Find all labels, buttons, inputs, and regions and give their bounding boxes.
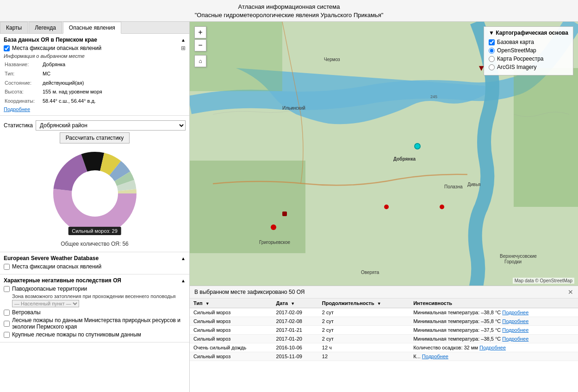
cell-intensity: Минимальная температура: –35,8 °C Подроб… [410,317,578,326]
section-consequences-chevron[interactable]: ▲ [181,278,186,283]
chart-container: Сильный мороз: 29 Общее количество ОЯ: 5… [4,145,186,249]
cell-duration: 2 сут [318,326,410,335]
svg-text:Григорьевское: Григорьевское [259,240,291,245]
section-database: База данных ОЯ в Пермском крае ▲ Места ф… [0,34,189,116]
tab-maps[interactable]: Карты [0,22,28,33]
checkbox-hazard-locations-label: Места фиксации опасных явлений [12,45,101,51]
checkbox-large-fires-input[interactable] [4,332,10,338]
cell-intensity: Минимальная температура: –38,5 °C Подроб… [410,335,578,343]
details-link-row[interactable]: Подробнее [502,327,528,333]
marker-red-bottom[interactable] [271,224,276,230]
checkbox-flood-zones-input[interactable] [4,286,10,292]
details-link[interactable]: Подробнее [4,106,30,112]
details-link-row[interactable]: Подробнее [479,345,506,350]
section-eswd-chevron[interactable]: ▲ [181,256,186,261]
col-intensity: Интенсивность [410,299,578,308]
flood-sub-label: Зона возможного затопления при прохожден… [12,293,186,299]
section-database-title: База данных ОЯ в Пермском крае [4,37,97,43]
cell-duration: 2 сут [318,335,410,343]
cell-date: 2015-11-09 [273,352,318,361]
section-statistics: Статистика Добрянский район Рассчитать с… [0,116,189,252]
info-row-coords: Координаты: 58.44° с.ш., 56.44° в.д. [5,97,102,106]
zoom-out-button[interactable]: − [194,39,206,51]
details-link-row[interactable]: Подробнее [502,310,528,315]
svg-text:245: 245 [430,94,437,99]
table-scroll[interactable]: Тип ▼ Дата ▼ Продолжительность ▼ [190,299,578,392]
info-key-coords: Координаты: [5,97,42,106]
col-date[interactable]: Дата ▼ [273,299,318,308]
donut-svg [49,147,141,240]
checkbox-hazard-locations: Места фиксации опасных явлений ⊞ [4,45,186,51]
home-button[interactable]: ⌂ [194,55,206,67]
district-select[interactable]: Добрянский район [36,120,186,131]
arcgis-label: ArcGIS Imagery [497,64,536,70]
cell-date: 2017-02-09 [273,308,318,317]
col-duration[interactable]: Продолжительность ▼ [318,299,410,308]
tab-legend[interactable]: Легенда [29,22,62,33]
zoom-in-button[interactable]: + [194,26,206,38]
map-attribution: Map data © OpenStreetMap [513,278,574,284]
checkbox-eswd: Места фиксации опасных явлений [4,263,186,270]
details-link-row[interactable]: Подробнее [422,354,448,359]
data-table: Тип ▼ Дата ▼ Продолжительность ▼ [190,299,578,361]
info-val-type: МС [43,70,102,78]
section-database-chevron[interactable]: ▲ [181,37,186,43]
checkbox-eswd-input[interactable] [4,264,10,270]
cell-type: Сильный мороз [190,317,273,326]
osm-radio[interactable] [489,48,495,54]
info-val-name: Добрянка [43,61,102,69]
arcgis-radio[interactable] [489,64,495,70]
section-consequences: Характерные негативные последствия ОЯ ▲ … [0,274,189,342]
cell-type: Сильный мороз [190,352,273,361]
checkbox-windfall: Ветровалы [4,309,186,316]
details-link-row[interactable]: Подробнее [502,336,528,342]
svg-text:Верхнечусовские: Верхнечусовские [500,254,537,259]
cell-intensity: Минимальная температура: –37,5 °C Подроб… [410,326,578,335]
table-body: Сильный мороз2017-02-092 сутМинимальная … [190,308,578,361]
sort-date-icon: ▼ [291,301,295,306]
cell-date: 2017-01-21 [273,326,318,335]
cell-date: 2016-10-06 [273,343,318,352]
cell-date: 2017-02-08 [273,317,318,326]
table-header-bar: В выбранном месте зафиксировано 50 ОЯ ✕ [190,286,578,299]
basemap-label: Базовая карта [497,39,534,45]
flood-sub-item: Зона возможного затопления при прохожден… [12,293,186,307]
rosreestr-radio[interactable] [489,56,495,62]
info-val-status: действующий(ая) [43,79,102,87]
table-row: Очень сильный дождь2016-10-0612 чКоличес… [190,343,578,352]
info-key-name: Название: [5,61,42,69]
flood-location-select[interactable]: — Населенный пункт — [12,300,79,307]
checkbox-hazard-locations-input[interactable] [4,45,10,51]
info-row-status: Состояние: действующий(ая) [5,79,102,87]
info-key-type: Тип: [5,70,42,78]
section-eswd-title: European Severe Weather Database [4,255,99,261]
section-consequences-title: Характерные негативные последствия ОЯ [4,277,121,284]
checkbox-forest-fires-input[interactable] [4,321,10,327]
cell-duration: 2 сут [318,317,410,326]
cell-duration: 12 [318,352,410,361]
details-link-row[interactable]: Подробнее [502,318,528,324]
layer-switcher-header[interactable]: ▼ Картографическая основа [489,30,568,36]
col-type[interactable]: Тип ▼ [190,299,273,308]
table-row: Сильный мороз2017-02-082 сутМинимальная … [190,317,578,326]
svg-text:Дивья: Дивья [467,182,480,187]
layer-switcher-panel: ▼ Картографическая основа Базовая карта … [484,26,573,75]
tab-hazards[interactable]: Опасные явления [63,22,121,34]
svg-text:Городки: Городки [504,259,522,264]
section-eswd: European Severe Weather Database ▲ Места… [0,252,189,274]
table-icon[interactable]: ⊞ [181,45,186,51]
close-table-button[interactable]: ✕ [568,288,573,296]
cell-type: Сильный мороз [190,335,273,343]
map-area[interactable]: Чермоз Ильинский Добрянка Полазна Григор… [190,22,578,286]
checkbox-large-fires-label: Крупные лесные пожары по спутниковым дан… [12,331,141,338]
svg-rect-2 [190,161,305,253]
donut-center [73,171,117,216]
info-row-type: Тип: МС [5,70,102,78]
basemap-checkbox[interactable] [489,39,495,45]
info-block-label: Информация о выбранном месте [4,53,186,59]
checkbox-windfall-input[interactable] [4,310,10,316]
marker-square-1[interactable] [282,212,287,216]
cell-intensity: Количество осадков: 32 мм Подробнее [410,343,578,352]
calculate-button[interactable]: Рассчитать статистику [60,132,130,143]
checkbox-windfall-label: Ветровалы [12,309,41,316]
